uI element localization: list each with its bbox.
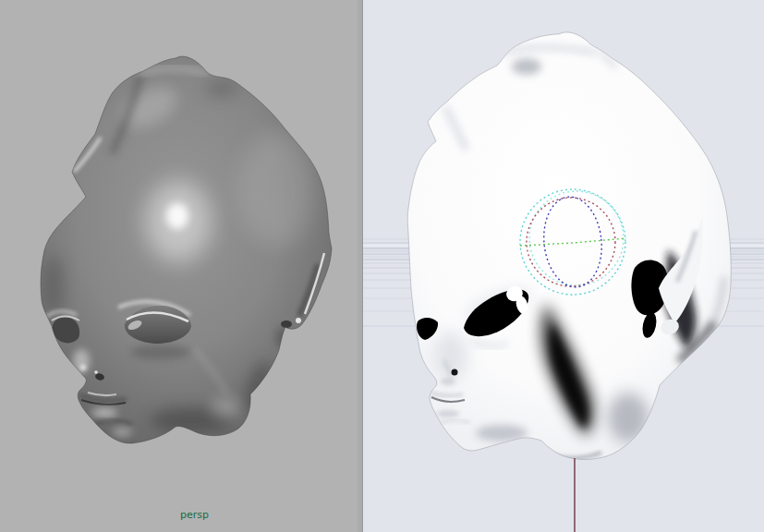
hair-bump-shadow: [205, 80, 238, 97]
lower-lip-highlight: [91, 408, 117, 417]
left-viewport-canvas: [0, 0, 358, 532]
nostril-rim-glint: [94, 370, 98, 374]
temple-shadow: [43, 255, 64, 314]
doll-head-model-left[interactable]: [41, 56, 332, 443]
ear-lobe-glint: [296, 318, 301, 323]
forehead-highlight: [166, 203, 188, 229]
below-lip-shade: [437, 410, 459, 417]
below-ear-shadow: [275, 327, 290, 349]
under-chin-shade: [476, 425, 528, 441]
hair-crease-blob: [512, 58, 541, 75]
ear-notch-shadow: [281, 320, 292, 328]
under-nose-shade: [441, 378, 455, 385]
viewport-right[interactable]: [363, 0, 764, 532]
chin-highlight: [112, 428, 132, 437]
nostril: [452, 369, 458, 376]
neck-highlight: [211, 398, 240, 418]
nose-tip-glint: [80, 365, 86, 370]
right-viewport-canvas: [363, 0, 764, 532]
neck-side-shade: [608, 393, 649, 442]
camera-label-persp: persp: [180, 509, 209, 522]
cranium-sheen: [238, 132, 316, 247]
under-eye-shadow: [131, 345, 190, 359]
doll-head-model-right[interactable]: [407, 32, 731, 460]
viewport-left-persp[interactable]: persp: [0, 0, 358, 532]
